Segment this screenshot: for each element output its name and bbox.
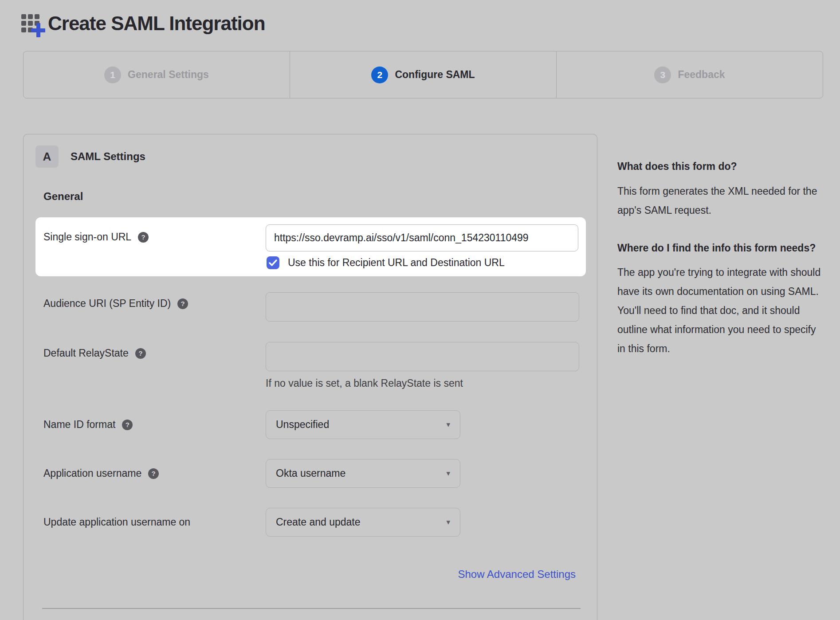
update-application-username-value: Create and update [276,516,361,528]
audience-uri-input[interactable] [266,292,579,322]
chevron-down-icon: ▾ [446,469,450,478]
help-block-what: What does this form do? This form genera… [617,159,825,220]
recipient-url-checkbox-label: Use this for Recipient URL and Destinati… [288,257,505,269]
step-feedback[interactable]: 3 Feedback [556,51,823,98]
plus-icon [31,23,45,37]
step-configure-saml[interactable]: 2 Configure SAML [290,51,556,98]
name-id-format-label-row: Name ID format ? [43,419,133,431]
help-body-what: This form generates the XML needed for t… [617,182,825,220]
name-id-format-dropdown[interactable]: Unspecified ▾ [266,410,460,439]
step-2-label: Configure SAML [395,69,475,81]
help-panel: What does this form do? This form genera… [617,159,825,358]
sso-url-input-value: https://sso.devramp.ai/sso/v1/saml/conn_… [274,232,529,244]
name-id-format-label: Name ID format [43,419,115,431]
saml-settings-card: A SAML Settings General Single sign-on U… [23,134,597,620]
application-username-help-icon[interactable]: ? [148,468,159,479]
application-username-dropdown[interactable]: Okta username ▾ [266,459,460,488]
help-block-where: Where do I find the info this form needs… [617,240,825,359]
create-app-grid-plus-icon [20,11,46,36]
page-title: Create SAML Integration [48,12,265,35]
default-relaystate-helper-text: If no value is set, a blank RelayState i… [266,377,463,389]
chevron-down-icon: ▾ [446,518,450,527]
step-3-label: Feedback [678,69,725,81]
audience-uri-label-row: Audience URI (SP Entity ID) ? [43,298,188,310]
default-relaystate-input[interactable] [266,342,579,371]
step-3-number-badge: 3 [654,67,671,83]
help-body-where: The app you're trying to integrate with … [617,263,825,358]
step-2-number-badge: 2 [371,67,388,83]
audience-uri-label: Audience URI (SP Entity ID) [43,298,171,310]
wizard-stepper: 1 General Settings 2 Configure SAML 3 Fe… [23,51,823,98]
default-relaystate-help-icon[interactable]: ? [135,348,146,359]
card-section-divider [42,608,581,609]
update-application-username-label-row: Update application username on [43,516,190,528]
sso-url-label: Single sign-on URL [43,231,131,243]
sso-url-input[interactable]: https://sso.devramp.ai/sso/v1/saml/conn_… [266,224,578,251]
name-id-format-value: Unspecified [276,419,329,431]
default-relaystate-label-row: Default RelayState ? [43,347,146,359]
general-group-title: General [43,190,83,203]
recipient-url-checkbox-row: Use this for Recipient URL and Destinati… [267,256,505,269]
section-header: A SAML Settings [35,145,145,168]
step-1-label: General Settings [128,69,209,81]
step-general-settings[interactable]: 1 General Settings [24,51,290,98]
audience-uri-help-icon[interactable]: ? [177,298,188,309]
sso-url-spotlight-row: Single sign-on URL ? https://sso.devramp… [35,217,586,276]
help-heading-what: What does this form do? [617,159,825,175]
application-username-label-row: Application username ? [43,467,159,479]
sso-url-label-row: Single sign-on URL ? [43,231,149,243]
recipient-url-checkbox[interactable] [267,256,279,269]
show-advanced-settings-link[interactable]: Show Advanced Settings [458,568,576,581]
name-id-format-help-icon[interactable]: ? [122,420,133,430]
sso-url-help-icon[interactable]: ? [138,232,149,243]
section-a-badge: A [35,145,59,168]
help-heading-where: Where do I find the info this form needs… [617,240,825,256]
application-username-label: Application username [43,467,141,479]
update-application-username-label: Update application username on [43,516,190,528]
page-header: Create SAML Integration [20,11,265,36]
chevron-down-icon: ▾ [446,420,450,429]
application-username-value: Okta username [276,467,345,479]
default-relaystate-label: Default RelayState [43,347,129,359]
update-application-username-dropdown[interactable]: Create and update ▾ [266,508,460,537]
section-title: SAML Settings [71,150,145,163]
step-1-number-badge: 1 [104,67,121,83]
